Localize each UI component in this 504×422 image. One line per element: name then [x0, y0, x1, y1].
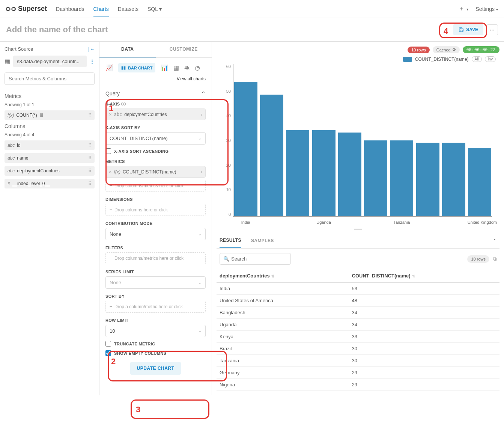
- save-button[interactable]: SAVE: [453, 24, 483, 35]
- xaxis-sortby-select[interactable]: COUNT_DISTINCT(name)⌄: [105, 132, 206, 145]
- column-pill[interactable]: #__index_level_0__⠿: [5, 179, 95, 188]
- save-icon: [459, 27, 464, 32]
- truncate-metric-checkbox[interactable]: [105, 341, 111, 347]
- drag-handle-icon: ⠿: [88, 155, 92, 161]
- bar[interactable]: [468, 148, 491, 216]
- table-row[interactable]: Nigeria29: [217, 379, 499, 391]
- filters-label: FILTERS: [105, 246, 206, 250]
- pie-chart-icon[interactable]: ◔: [195, 64, 200, 71]
- results-rows-badge: 10 rows: [467, 255, 489, 263]
- collapse-results-icon[interactable]: ⌄: [493, 238, 496, 243]
- plus-icon: +: [110, 183, 112, 188]
- dimensions-dropzone[interactable]: +Drop columns here or click: [105, 204, 206, 216]
- remove-icon[interactable]: ×: [109, 112, 112, 117]
- col-header-count[interactable]: COUNT_DISTINCT(name)⇅: [349, 269, 499, 283]
- nav-datasets[interactable]: Datasets: [118, 1, 138, 17]
- brand-logo[interactable]: Superset: [6, 5, 47, 13]
- series-limit-select[interactable]: None⌄: [105, 276, 206, 289]
- nav-settings[interactable]: Settings ▾: [476, 6, 498, 12]
- chevron-down-icon: ⌄: [198, 280, 202, 285]
- add-menu[interactable]: ＋ ▾: [459, 5, 468, 13]
- query-panel-header[interactable]: Query⌃: [105, 90, 206, 96]
- bar[interactable]: [234, 82, 257, 216]
- line-chart-icon[interactable]: 📈: [105, 64, 113, 71]
- table-row[interactable]: Bangladesh34: [217, 307, 499, 319]
- table-row[interactable]: United States of America48: [217, 295, 499, 307]
- contribution-label: CONTRIBUTION MODE: [105, 221, 206, 226]
- truncate-metric-label: TRUNCATE METRIC: [114, 342, 155, 346]
- infinity-icon: [6, 6, 16, 12]
- show-empty-checkbox[interactable]: [105, 350, 111, 356]
- sortby-dropzone[interactable]: +Drop a column/metric here or click: [105, 301, 206, 313]
- table-row[interactable]: Tanzania30: [217, 355, 499, 367]
- table-icon[interactable]: ▦: [173, 64, 179, 71]
- xaxis-sort-asc-label: X-AXIS SORT ASCENDING: [114, 149, 169, 154]
- xaxis-label: X-AXISi: [105, 102, 206, 106]
- bar[interactable]: [312, 130, 335, 217]
- legend-series[interactable]: COUNT_DISTINCT(name): [415, 57, 469, 62]
- col-header-deploymentCountries[interactable]: deploymentCountries⇅: [217, 269, 349, 283]
- cached-badge[interactable]: Cached ⟳: [433, 46, 460, 53]
- tab-customize[interactable]: CUSTOMIZE: [156, 42, 212, 57]
- info-icon[interactable]: i: [121, 102, 126, 106]
- columns-section-label: Columns: [5, 123, 95, 129]
- samples-tab[interactable]: SAMPLES: [251, 234, 274, 248]
- table-row[interactable]: Uganda34: [217, 319, 499, 331]
- xaxis-sort-asc-checkbox[interactable]: [105, 148, 111, 154]
- metric-pill[interactable]: f(x)COUNT(*)🖩⠿: [5, 110, 95, 120]
- legend-inv-pill[interactable]: Inv: [485, 56, 496, 62]
- chart-plot: IndiaUgandaTanzaniaUnited Kingdom: [233, 64, 492, 217]
- results-search-input[interactable]: [220, 253, 291, 265]
- table-row[interactable]: India53: [217, 283, 499, 295]
- x-tick-label: Uganda: [311, 220, 336, 225]
- bar[interactable]: [338, 133, 361, 216]
- bar[interactable]: [442, 143, 465, 216]
- view-all-charts-link[interactable]: View all charts: [177, 76, 206, 81]
- drag-handle-icon: ⠿: [88, 168, 92, 173]
- column-pill[interactable]: abcid⠿: [5, 140, 95, 150]
- table-row[interactable]: Brazil30: [217, 343, 499, 355]
- update-chart-button[interactable]: UPDATE CHART: [130, 362, 181, 375]
- dimensions-label: DIMENSIONS: [105, 197, 206, 202]
- tab-data[interactable]: DATA: [99, 42, 156, 57]
- filters-dropzone[interactable]: +Drop columns/metrics here or click: [105, 252, 206, 264]
- metric-field[interactable]: ×f(x)COUNT_DISTINCT(name)›: [105, 166, 206, 178]
- legend-swatch: [403, 57, 412, 62]
- dataset-menu-icon[interactable]: ⋮: [90, 59, 95, 64]
- search-icon: 🔍: [223, 256, 229, 262]
- bignumber-icon[interactable]: 4k: [184, 65, 189, 71]
- query-time-badge: 00:00:00.22: [463, 46, 499, 53]
- rowlimit-select[interactable]: 10⌄: [105, 325, 206, 337]
- more-menu-button[interactable]: ⋯: [486, 24, 498, 35]
- collapse-left-icon[interactable]: |←: [88, 46, 95, 52]
- nav-dashboards[interactable]: Dashboards: [56, 1, 84, 17]
- contribution-select[interactable]: None⌄: [105, 228, 206, 240]
- table-row[interactable]: Germany29: [217, 367, 499, 379]
- column-pill[interactable]: abcdeploymentCountries⠿: [5, 166, 95, 176]
- bar[interactable]: [260, 95, 283, 216]
- bar-chart-selected[interactable]: ▮▮BAR CHART: [118, 63, 155, 72]
- bar[interactable]: [286, 130, 309, 217]
- chart-title-input[interactable]: Add the name of the chart: [6, 25, 453, 35]
- chevron-down-icon: ⌄: [198, 136, 202, 141]
- resize-handle[interactable]: [217, 229, 499, 230]
- bar-chart[interactable]: 6050403020100 IndiaUgandaTanzaniaUnited …: [233, 64, 492, 226]
- nav-sql[interactable]: SQL ▾: [147, 1, 162, 17]
- legend-all-pill[interactable]: All: [472, 56, 482, 62]
- bar[interactable]: [364, 140, 387, 217]
- dataset-chip[interactable]: s3.data.deployment_countr...: [13, 56, 87, 67]
- xaxis-field[interactable]: ×abcdeploymentCountries›: [105, 109, 206, 120]
- search-metrics-input[interactable]: [5, 72, 95, 85]
- metrics-dropzone[interactable]: +Drop columns/metrics here or click: [105, 180, 206, 192]
- bar[interactable]: [416, 143, 439, 216]
- results-tab[interactable]: RESULTS: [220, 233, 241, 248]
- table-row[interactable]: Kenya33: [217, 331, 499, 343]
- series-limit-label: SERIES LIMIT: [105, 270, 206, 274]
- nav-charts[interactable]: Charts: [93, 1, 109, 17]
- copy-icon[interactable]: ⧉: [493, 256, 496, 262]
- remove-icon[interactable]: ×: [109, 169, 112, 175]
- bar[interactable]: [390, 140, 413, 217]
- area-chart-icon[interactable]: 📊: [161, 64, 168, 71]
- column-pill[interactable]: abcname⠿: [5, 153, 95, 163]
- x-tick-label: United Kingdom: [468, 220, 492, 225]
